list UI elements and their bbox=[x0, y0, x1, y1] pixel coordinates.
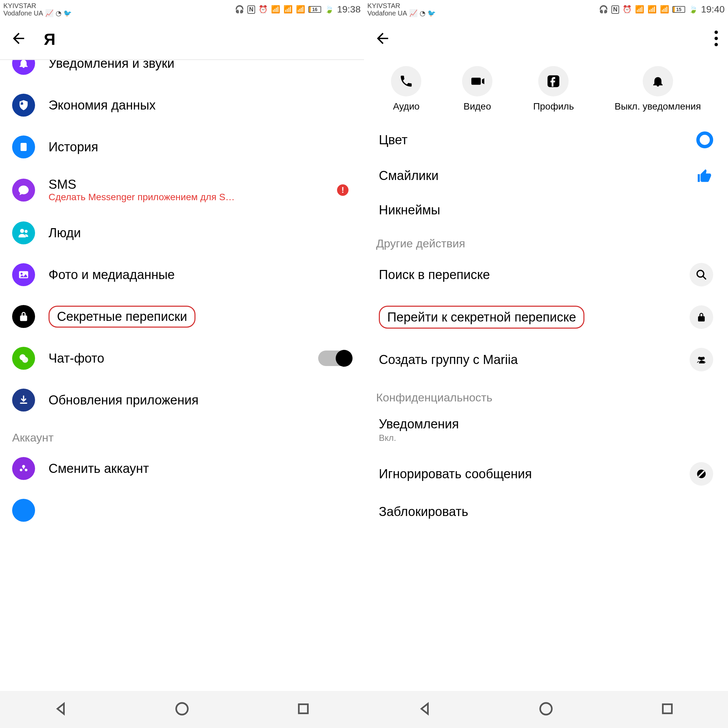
quick-label: Профиль bbox=[533, 101, 574, 112]
setting-label: Секретные переписки bbox=[49, 306, 352, 327]
color-indicator bbox=[696, 132, 713, 148]
quick-label: Выкл. уведомления bbox=[615, 101, 701, 112]
quick-fb[interactable]: Профиль bbox=[533, 66, 574, 112]
android-navbar bbox=[0, 691, 364, 728]
setting-label: Сменить аккаунт bbox=[49, 461, 352, 476]
phone-icon bbox=[391, 66, 421, 96]
row-label: Уведомления bbox=[379, 417, 459, 431]
nav-home[interactable] bbox=[538, 701, 554, 718]
carrier-2: Vodafone UA bbox=[367, 9, 407, 17]
android-navbar bbox=[364, 691, 728, 728]
quick-actions: АудиоВидеоПрофильВыкл. уведомления bbox=[364, 59, 728, 122]
battery-pct: 15 bbox=[676, 7, 682, 12]
square-icon bbox=[12, 136, 35, 158]
nav-home[interactable] bbox=[174, 701, 190, 718]
back-button[interactable] bbox=[374, 30, 391, 48]
row-item[interactable]: Цвет bbox=[364, 122, 728, 158]
row-item[interactable]: УведомленияВкл. bbox=[364, 407, 728, 453]
status-bar: KYIVSTAR Vodafone UA 📈 ◔ 🐦 🎧N⏰📶📶📶 15 🍃 1… bbox=[364, 0, 728, 19]
settings-list[interactable]: Уведомления и звуки Экономия данных Исто… bbox=[0, 60, 364, 691]
section-privacy: Конфиденциальность bbox=[364, 381, 728, 407]
page-title: Я bbox=[44, 30, 56, 49]
setting-switch-account[interactable]: Сменить аккаунт bbox=[0, 448, 364, 489]
app-bar: Я bbox=[0, 19, 364, 59]
setting-lock[interactable]: Секретные переписки bbox=[0, 295, 364, 337]
row-item[interactable]: Поиск в переписке bbox=[364, 254, 728, 296]
row-item[interactable]: Заблокировать bbox=[364, 495, 728, 528]
clock: 19:38 bbox=[337, 4, 361, 15]
row-label: Игнорировать сообщения bbox=[379, 467, 532, 481]
lock-icon bbox=[690, 305, 713, 329]
quick-label: Аудио bbox=[393, 101, 420, 112]
clock: 19:40 bbox=[701, 4, 725, 15]
carrier-1: KYIVSTAR bbox=[3, 2, 72, 9]
row-item[interactable]: Игнорировать сообщения bbox=[364, 453, 728, 495]
thumb-icon bbox=[696, 167, 713, 184]
setting-people[interactable]: Люди bbox=[0, 212, 364, 254]
quick-bell[interactable]: Выкл. уведомления bbox=[615, 66, 701, 112]
carrier-2: Vodafone UA bbox=[3, 9, 43, 17]
back-button[interactable] bbox=[10, 30, 27, 48]
status-right: 🎧N⏰📶📶📶 15 🍃 19:40 bbox=[599, 4, 725, 15]
setting-download[interactable]: Обновления приложения bbox=[0, 379, 364, 421]
setting-label: Экономия данных bbox=[49, 98, 352, 113]
download-icon bbox=[12, 388, 35, 411]
switch-icon bbox=[12, 457, 35, 480]
battery-pct: 16 bbox=[312, 7, 318, 12]
nav-back[interactable] bbox=[417, 701, 433, 718]
row-item[interactable]: Создать группу с Mariia bbox=[364, 338, 728, 381]
row-label: Цвет bbox=[379, 133, 407, 147]
bell-icon bbox=[643, 66, 673, 96]
row-item[interactable]: Никнеймы bbox=[364, 193, 728, 227]
setting-label: Уведомления и звуки bbox=[49, 60, 352, 71]
chat-icon bbox=[12, 179, 35, 202]
row-item[interactable]: Смайлики bbox=[364, 158, 728, 193]
block-icon bbox=[690, 462, 713, 486]
setting-label: Обновления приложения bbox=[49, 393, 352, 407]
setting-sublabel: Сделать Messenger приложением для S… bbox=[49, 192, 324, 203]
svg-point-22 bbox=[540, 703, 552, 715]
nav-recent[interactable] bbox=[659, 701, 675, 718]
setting-photo[interactable]: Фото и медиаданные bbox=[0, 254, 364, 295]
quick-phone[interactable]: Аудио bbox=[391, 66, 421, 112]
setting-label: Фото и медиаданные bbox=[49, 268, 352, 282]
people-icon bbox=[12, 222, 35, 244]
chat-details[interactable]: АудиоВидеоПрофильВыкл. уведомления ЦветС… bbox=[364, 59, 728, 691]
left-screen: KYIVSTAR Vodafone UA 📈 ◔ 🐦 🎧N⏰📶📶📶 16 🍃 1… bbox=[0, 0, 364, 728]
svg-point-20 bbox=[714, 37, 718, 40]
warning-badge: ! bbox=[337, 184, 349, 196]
toggle[interactable] bbox=[318, 350, 352, 366]
nav-back[interactable] bbox=[53, 701, 69, 718]
row-label: Смайлики bbox=[379, 168, 439, 183]
bell-icon bbox=[12, 60, 35, 75]
row-label: Заблокировать bbox=[379, 505, 468, 519]
app-bar bbox=[364, 19, 728, 59]
photo-icon bbox=[12, 263, 35, 286]
section-account: Аккаунт bbox=[0, 421, 364, 448]
svg-rect-18 bbox=[299, 704, 308, 714]
circles-icon bbox=[12, 347, 35, 370]
setting-circles[interactable]: Чат-фото bbox=[0, 337, 364, 379]
row-item[interactable]: Перейти к секретной переписке bbox=[364, 296, 728, 338]
lock-icon bbox=[12, 305, 35, 328]
row-sublabel: Вкл. bbox=[379, 433, 459, 443]
setting-label: SMS bbox=[49, 177, 324, 192]
status-bar: KYIVSTAR Vodafone UA 📈 ◔ 🐦 🎧N⏰📶📶📶 16 🍃 1… bbox=[0, 0, 364, 19]
status-right: 🎧N⏰📶📶📶 16 🍃 19:38 bbox=[235, 4, 361, 15]
more-button[interactable] bbox=[714, 30, 718, 48]
quick-video[interactable]: Видео bbox=[462, 66, 492, 112]
fb-icon bbox=[538, 66, 569, 96]
row-label: Никнеймы bbox=[379, 203, 440, 217]
video-icon bbox=[462, 66, 492, 96]
setting-chat[interactable]: SMSСделать Messenger приложением для S… … bbox=[0, 168, 364, 212]
setting-label: Люди bbox=[49, 226, 352, 240]
setting-shield[interactable]: Экономия данных bbox=[0, 84, 364, 126]
right-screen: KYIVSTAR Vodafone UA 📈 ◔ 🐦 🎧N⏰📶📶📶 15 🍃 1… bbox=[364, 0, 728, 728]
setting-label: История bbox=[49, 140, 352, 154]
nav-recent[interactable] bbox=[295, 701, 311, 718]
section-other-actions: Другие действия bbox=[364, 227, 728, 254]
search-icon bbox=[690, 263, 713, 286]
setting-bell[interactable]: Уведомления и звуки bbox=[0, 60, 364, 84]
setting-label: Чат-фото bbox=[49, 351, 305, 366]
setting-square[interactable]: История bbox=[0, 126, 364, 168]
